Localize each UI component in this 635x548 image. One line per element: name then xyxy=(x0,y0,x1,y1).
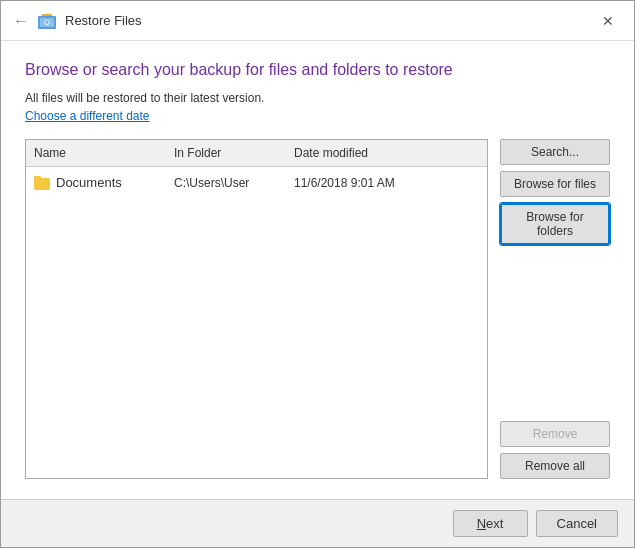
subtitle-text: All files will be restored to their late… xyxy=(25,91,610,105)
folder-icon xyxy=(34,176,50,190)
file-list: Name In Folder Date modified Documents C… xyxy=(25,139,488,479)
cell-name: Documents xyxy=(34,175,174,190)
col-header-date: Date modified xyxy=(294,144,444,162)
page-heading: Browse or search your backup for files a… xyxy=(25,61,610,79)
main-content: Browse or search your backup for files a… xyxy=(1,41,634,499)
file-list-body: Documents C:\Users\User 11/6/2018 9:01 A… xyxy=(26,167,487,478)
main-area: Name In Folder Date modified Documents C… xyxy=(25,139,610,479)
title-bar: ← Restore Files ✕ xyxy=(1,1,634,41)
cancel-button[interactable]: Cancel xyxy=(536,510,618,537)
remove-button[interactable]: Remove xyxy=(500,421,610,447)
title-bar-left: ← Restore Files xyxy=(13,11,142,31)
file-name: Documents xyxy=(56,175,122,190)
action-buttons: Search... Browse for files Browse for fo… xyxy=(500,139,610,479)
col-header-folder: In Folder xyxy=(174,144,294,162)
window-title: Restore Files xyxy=(65,13,142,28)
close-button[interactable]: ✕ xyxy=(594,7,622,35)
browse-folders-button[interactable]: Browse for folders xyxy=(500,203,610,245)
back-button[interactable]: ← xyxy=(13,12,29,30)
file-list-header: Name In Folder Date modified xyxy=(26,140,487,167)
table-row[interactable]: Documents C:\Users\User 11/6/2018 9:01 A… xyxy=(26,171,487,194)
spacer xyxy=(500,251,610,415)
choose-date-link[interactable]: Choose a different date xyxy=(25,109,610,123)
remove-all-button[interactable]: Remove all xyxy=(500,453,610,479)
window-icon xyxy=(37,11,57,31)
col-header-name: Name xyxy=(34,144,174,162)
next-label: Next xyxy=(477,516,504,531)
search-button[interactable]: Search... xyxy=(500,139,610,165)
cell-date: 11/6/2018 9:01 AM xyxy=(294,176,444,190)
restore-files-window: ← Restore Files ✕ Browse or search your … xyxy=(0,0,635,548)
next-button[interactable]: Next xyxy=(453,510,528,537)
cell-folder: C:\Users\User xyxy=(174,176,294,190)
bottom-bar: Next Cancel xyxy=(1,499,634,547)
browse-files-button[interactable]: Browse for files xyxy=(500,171,610,197)
